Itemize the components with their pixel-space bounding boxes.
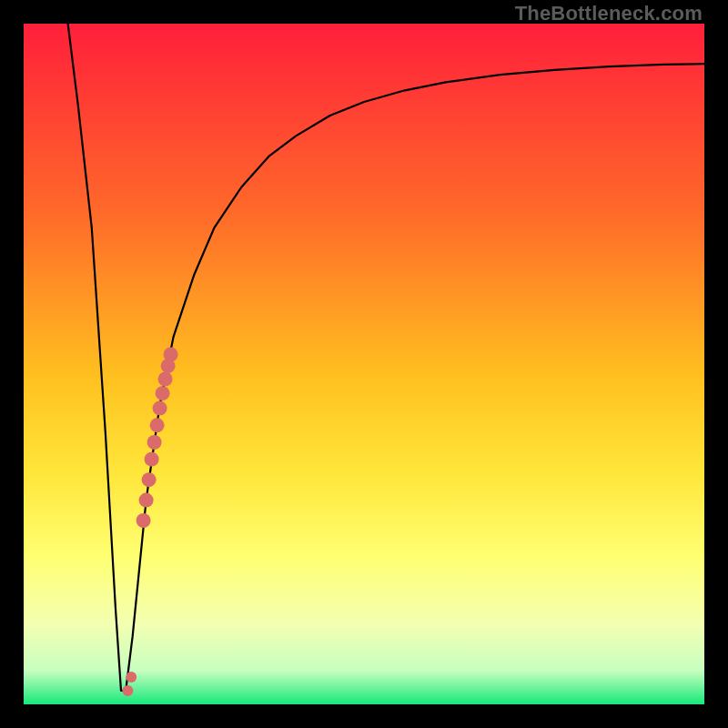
marker-dot	[122, 685, 133, 696]
marker-dot	[156, 386, 170, 400]
marker-dot	[150, 418, 165, 432]
plot-area	[24, 24, 704, 704]
gradient-background	[24, 24, 704, 704]
marker-dot	[126, 672, 136, 682]
marker-dot	[136, 513, 151, 528]
chart-svg	[24, 24, 704, 704]
marker-dot	[164, 348, 178, 362]
outer-frame: TheBottleneck.com	[0, 0, 728, 728]
marker-dot	[142, 472, 157, 487]
marker-dot	[145, 452, 159, 467]
watermark-text: TheBottleneck.com	[515, 2, 703, 25]
marker-dot	[158, 372, 173, 387]
marker-dot	[153, 401, 167, 416]
marker-dot	[139, 493, 154, 508]
marker-dot	[147, 435, 162, 450]
